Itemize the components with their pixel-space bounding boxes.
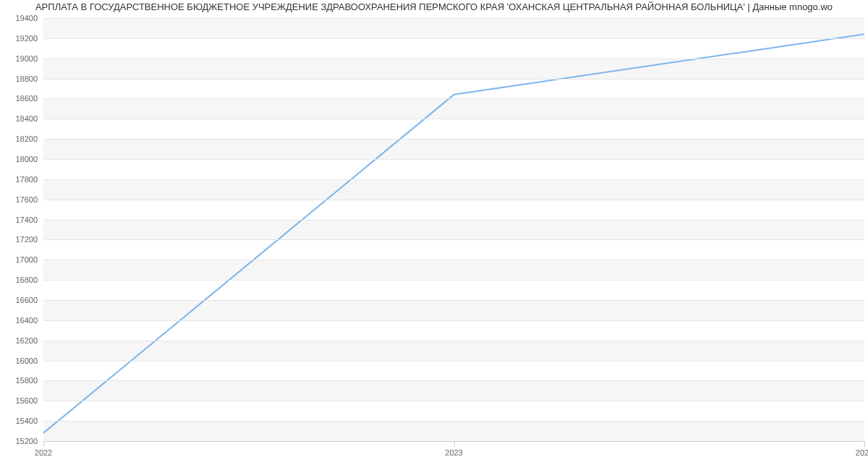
y-gridline bbox=[43, 361, 864, 362]
y-gridline bbox=[43, 98, 864, 99]
x-tick-label: 2022 bbox=[35, 448, 52, 457]
y-gridline bbox=[43, 119, 864, 119]
y-tick-label: 18800 bbox=[15, 74, 38, 83]
y-gridline bbox=[43, 380, 864, 381]
y-tick-label: 18400 bbox=[15, 114, 38, 123]
x-tick-mark bbox=[864, 441, 865, 447]
y-tick-label: 18000 bbox=[15, 155, 38, 163]
y-tick-label: 19200 bbox=[15, 34, 38, 43]
chart-container: АРПЛАТА В ГОСУДАРСТВЕННОЕ БЮДЖЕТНОЕ УЧРЕ… bbox=[0, 0, 868, 470]
y-gridline bbox=[43, 79, 864, 80]
line-series bbox=[43, 18, 864, 441]
y-gridline bbox=[43, 239, 864, 240]
y-tick-label: 15400 bbox=[15, 416, 38, 425]
plot-area: 1520015400156001580016000162001640016600… bbox=[43, 18, 864, 441]
y-gridline bbox=[43, 18, 864, 19]
y-gridline bbox=[43, 421, 864, 422]
y-tick-label: 16600 bbox=[15, 296, 38, 304]
y-tick-label: 15800 bbox=[15, 376, 38, 385]
y-gridline bbox=[43, 300, 864, 301]
y-gridline bbox=[43, 280, 864, 281]
y-gridline bbox=[43, 200, 864, 200]
y-gridline bbox=[43, 59, 864, 59]
series-line bbox=[43, 34, 864, 433]
y-tick-label: 15600 bbox=[15, 396, 38, 405]
y-gridline bbox=[43, 139, 864, 140]
y-tick-label: 18600 bbox=[15, 94, 38, 103]
y-tick-label: 17800 bbox=[15, 175, 38, 184]
chart-title: АРПЛАТА В ГОСУДАРСТВЕННОЕ БЮДЖЕТНОЕ УЧРЕ… bbox=[0, 1, 868, 12]
y-tick-label: 16800 bbox=[15, 275, 38, 284]
y-tick-label: 17400 bbox=[15, 215, 38, 224]
y-gridline bbox=[43, 341, 864, 341]
y-tick-label: 18200 bbox=[15, 134, 38, 143]
y-tick-label: 15200 bbox=[15, 437, 38, 445]
y-tick-label: 16000 bbox=[15, 356, 38, 365]
y-tick-label: 17200 bbox=[15, 235, 38, 244]
y-gridline bbox=[43, 260, 864, 260]
x-tick-label: 2023 bbox=[445, 448, 462, 457]
x-tick-mark bbox=[454, 441, 455, 447]
y-gridline bbox=[43, 320, 864, 321]
y-gridline bbox=[43, 179, 864, 180]
y-tick-label: 19400 bbox=[15, 14, 38, 22]
y-gridline bbox=[43, 38, 864, 39]
x-tick-mark bbox=[43, 441, 44, 447]
y-tick-label: 16200 bbox=[15, 336, 38, 345]
y-gridline bbox=[43, 220, 864, 221]
y-gridline bbox=[43, 159, 864, 160]
x-tick-label: 2024 bbox=[856, 448, 868, 457]
y-gridline bbox=[43, 401, 864, 401]
y-tick-label: 16400 bbox=[15, 316, 38, 325]
y-tick-label: 19000 bbox=[15, 54, 38, 63]
y-tick-label: 17600 bbox=[15, 195, 38, 204]
y-tick-label: 17000 bbox=[15, 255, 38, 264]
